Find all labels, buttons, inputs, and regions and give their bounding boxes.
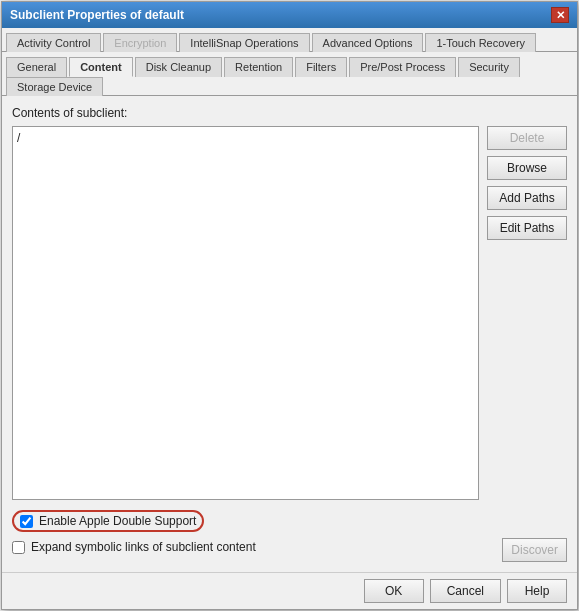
- tab-row-2: General Content Disk Cleanup Retention F…: [2, 52, 577, 96]
- side-buttons: Delete Browse Add Paths Edit Paths: [487, 126, 567, 500]
- footer: OK Cancel Help: [2, 572, 577, 609]
- expand-symbolic-label: Expand symbolic links of subclient conte…: [31, 540, 256, 554]
- dialog-window: Subclient Properties of default ✕ Activi…: [1, 1, 578, 610]
- main-section: / Delete Browse Add Paths Edit Paths: [12, 126, 567, 500]
- apple-double-row: Enable Apple Double Support: [12, 510, 567, 532]
- edit-paths-button[interactable]: Edit Paths: [487, 216, 567, 240]
- close-button[interactable]: ✕: [551, 7, 569, 23]
- delete-button[interactable]: Delete: [487, 126, 567, 150]
- tab-disk-cleanup[interactable]: Disk Cleanup: [135, 57, 222, 77]
- help-button[interactable]: Help: [507, 579, 567, 603]
- list-item[interactable]: /: [17, 131, 474, 145]
- ok-button[interactable]: OK: [364, 579, 424, 603]
- tab-encryption[interactable]: Encryption: [103, 33, 177, 52]
- cancel-button[interactable]: Cancel: [430, 579, 501, 603]
- tab-container-row1: Activity Control Encryption IntelliSnap …: [2, 28, 577, 96]
- tab-filters[interactable]: Filters: [295, 57, 347, 77]
- tab-general[interactable]: General: [6, 57, 67, 77]
- tab-intellisnap[interactable]: IntelliSnap Operations: [179, 33, 309, 52]
- tab-row-1: Activity Control Encryption IntelliSnap …: [2, 28, 577, 52]
- content-area: Contents of subclient: / Delete Browse A…: [2, 96, 577, 572]
- expand-symbolic-row: Expand symbolic links of subclient conte…: [12, 540, 256, 554]
- dialog-title: Subclient Properties of default: [10, 8, 184, 22]
- tab-security[interactable]: Security: [458, 57, 520, 77]
- tab-storage-device[interactable]: Storage Device: [6, 77, 103, 96]
- section-label: Contents of subclient:: [12, 106, 567, 120]
- discover-button[interactable]: Discover: [502, 538, 567, 562]
- apple-double-label: Enable Apple Double Support: [39, 514, 196, 528]
- tab-retention[interactable]: Retention: [224, 57, 293, 77]
- tab-1touch[interactable]: 1-Touch Recovery: [425, 33, 536, 52]
- add-paths-button[interactable]: Add Paths: [487, 186, 567, 210]
- tab-prepost[interactable]: Pre/Post Process: [349, 57, 456, 77]
- browse-button[interactable]: Browse: [487, 156, 567, 180]
- checkbox-area: Enable Apple Double Support Expand symbo…: [12, 510, 567, 562]
- tab-content[interactable]: Content: [69, 57, 133, 77]
- bottom-right-buttons: Discover: [502, 538, 567, 562]
- enable-apple-double-checkbox[interactable]: [20, 515, 33, 528]
- apple-double-highlight: Enable Apple Double Support: [12, 510, 204, 532]
- expand-symbolic-checkbox[interactable]: [12, 541, 25, 554]
- bottom-row: Expand symbolic links of subclient conte…: [12, 538, 567, 562]
- tab-activity-control[interactable]: Activity Control: [6, 33, 101, 52]
- title-bar: Subclient Properties of default ✕: [2, 2, 577, 28]
- content-listbox[interactable]: /: [12, 126, 479, 500]
- tab-advanced-options[interactable]: Advanced Options: [312, 33, 424, 52]
